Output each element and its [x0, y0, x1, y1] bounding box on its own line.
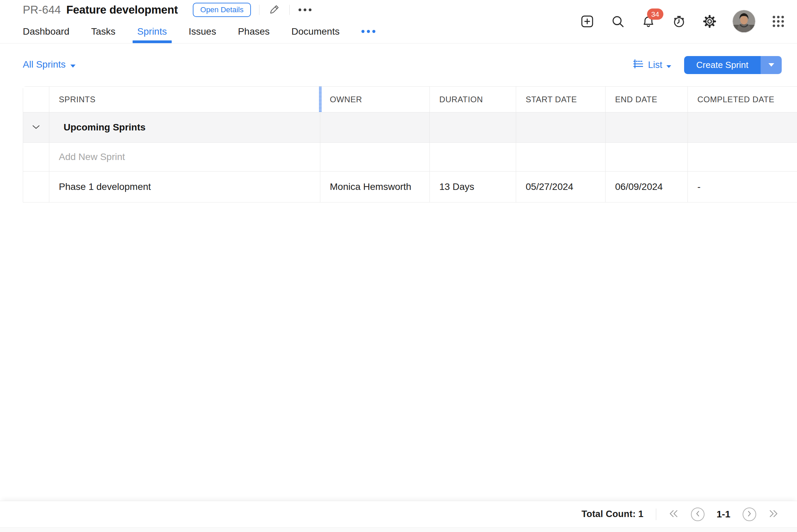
apps-grid-icon — [771, 14, 786, 29]
total-count-label: Total Count: 1 — [581, 509, 643, 519]
header-divider — [0, 43, 797, 43]
sprint-owner-cell: Monica Hemsworth — [320, 172, 430, 202]
empty-cell — [516, 143, 606, 172]
pagination-bar: Total Count: 1 1-1 — [0, 501, 797, 527]
create-sprint-split-button: Create Sprint — [684, 56, 782, 74]
ellipsis-icon — [361, 25, 375, 38]
apps-menu-button[interactable] — [771, 14, 786, 29]
sprint-filter-dropdown[interactable]: All Sprints — [23, 54, 75, 75]
column-header-start-date[interactable]: START DATE — [516, 87, 606, 112]
list-view-icon — [632, 58, 644, 72]
tab-dashboard[interactable]: Dashboard — [23, 20, 69, 43]
view-selector-label: List — [648, 60, 662, 70]
sprint-filter-label: All Sprints — [23, 59, 66, 70]
ellipsis-icon — [299, 8, 311, 11]
empty-cell — [606, 143, 688, 172]
project-more-button[interactable] — [299, 3, 311, 17]
avatar — [733, 10, 755, 33]
global-actions: 34 — [580, 0, 786, 43]
column-header-sprints[interactable]: SPRINTS — [49, 87, 320, 112]
row-expander-cell — [23, 172, 49, 202]
empty-cell — [320, 143, 430, 172]
sprint-end-date-cell: 06/09/2024 — [606, 172, 688, 202]
sprint-start-date-cell: 05/27/2024 — [516, 172, 606, 202]
sprint-name-cell[interactable]: Phase 1 development — [49, 172, 320, 202]
project-title: Feature development — [66, 3, 178, 16]
caret-down-icon — [666, 60, 671, 70]
empty-cell — [430, 143, 516, 172]
tab-documents[interactable]: Documents — [291, 20, 340, 43]
empty-cell — [606, 112, 688, 143]
create-sprint-dropdown-button[interactable] — [761, 56, 782, 74]
gear-icon — [702, 14, 717, 29]
group-collapse-button[interactable] — [23, 112, 49, 142]
double-chevron-left-icon — [668, 509, 679, 519]
sprint-completed-date-cell: - — [688, 172, 797, 202]
column-resize-indicator[interactable] — [319, 87, 322, 112]
tab-phases[interactable]: Phases — [238, 20, 270, 43]
column-header-expander — [23, 87, 49, 112]
notifications-button[interactable]: 34 — [641, 14, 656, 29]
project-id: PR-644 — [23, 3, 61, 16]
previous-page-button[interactable] — [691, 508, 705, 521]
timer-button[interactable] — [672, 14, 686, 29]
projects-app-window: PR-644 Feature development Open Details — [0, 0, 797, 532]
user-avatar[interactable] — [733, 10, 755, 33]
column-header-duration[interactable]: DURATION — [430, 87, 516, 112]
toolbar-actions: List Create Sprint — [632, 56, 782, 74]
settings-button[interactable] — [702, 14, 717, 29]
divider — [289, 5, 290, 15]
caret-down-icon — [768, 63, 774, 68]
signature-pen-icon — [268, 3, 281, 17]
next-page-button[interactable] — [743, 508, 756, 521]
chevron-down-icon — [32, 125, 40, 130]
sprints-table: SPRINTS OWNER DURATION START DATE END DA… — [23, 86, 797, 202]
signature-pen-button[interactable] — [268, 3, 281, 17]
empty-cell — [430, 112, 516, 143]
search-icon — [610, 14, 625, 29]
add-new-sprint-field[interactable]: Add New Sprint — [49, 143, 320, 172]
sprint-duration-cell: 13 Days — [430, 172, 516, 202]
first-page-button[interactable] — [668, 509, 679, 519]
page-range-label: 1-1 — [717, 509, 730, 520]
tab-tasks[interactable]: Tasks — [91, 20, 116, 43]
view-selector[interactable]: List — [632, 58, 671, 72]
open-details-button[interactable]: Open Details — [193, 3, 251, 17]
empty-cell — [516, 112, 606, 143]
last-page-button[interactable] — [768, 509, 779, 519]
chevron-right-icon — [747, 511, 751, 518]
module-tabs: Dashboard Tasks Sprints Issues Phases Do… — [23, 20, 375, 43]
empty-cell — [688, 143, 797, 172]
group-expander-cell — [23, 112, 49, 143]
column-header-owner[interactable]: OWNER — [320, 87, 430, 112]
search-button[interactable] — [610, 14, 625, 29]
tab-sprints[interactable]: Sprints — [137, 20, 167, 43]
empty-cell — [688, 112, 797, 143]
chevron-left-icon — [696, 511, 700, 518]
tabs-more-button[interactable] — [361, 25, 375, 38]
column-header-completed-date[interactable]: COMPLETED DATE — [688, 87, 797, 112]
empty-cell — [320, 112, 430, 143]
add-icon — [580, 14, 595, 29]
empty-cell — [23, 143, 49, 172]
double-chevron-right-icon — [768, 509, 779, 519]
create-sprint-button[interactable]: Create Sprint — [684, 56, 761, 74]
project-header: PR-644 Feature development Open Details — [23, 0, 311, 20]
timer-icon — [672, 14, 686, 29]
notification-badge: 34 — [647, 8, 663, 20]
divider — [656, 509, 656, 520]
divider — [259, 5, 259, 15]
window-bottom-strip — [0, 527, 797, 532]
add-button[interactable] — [580, 14, 595, 29]
tab-issues[interactable]: Issues — [189, 20, 216, 43]
column-header-end-date[interactable]: END DATE — [606, 87, 688, 112]
group-title[interactable]: Upcoming Sprints — [49, 112, 320, 143]
caret-down-icon — [70, 59, 75, 70]
